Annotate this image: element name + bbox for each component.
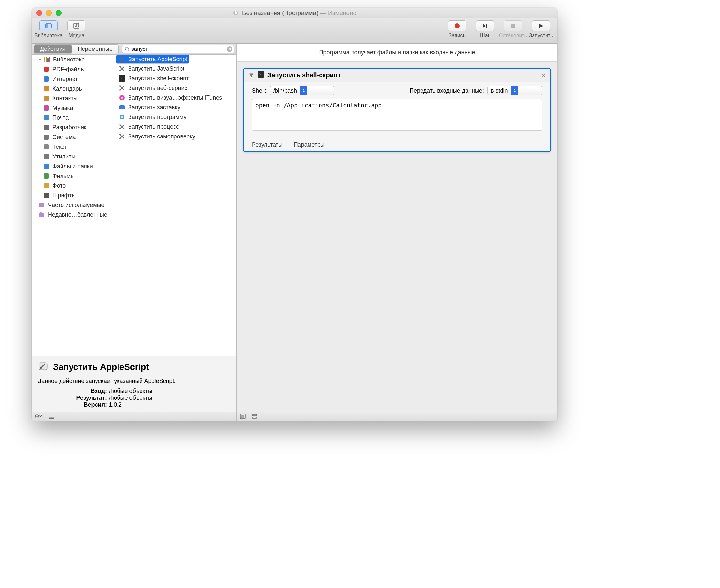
- svg-rect-23: [44, 154, 49, 159]
- action-item[interactable]: Запустить AppleScript: [116, 55, 189, 64]
- action-item[interactable]: Запустить JavaScript: [116, 64, 236, 74]
- record-button[interactable]: Запись: [443, 20, 471, 39]
- category-item[interactable]: Интернет: [32, 74, 116, 84]
- library-root[interactable]: ▼ Библиотека: [32, 55, 116, 64]
- svg-rect-62: [252, 417, 257, 418]
- category-list[interactable]: ▼ Библиотека PDF-файлыИнтернетКалендарьК…: [32, 55, 116, 356]
- shell-select[interactable]: /bin/bash: [270, 86, 335, 95]
- action-footer: Результаты Параметры: [244, 138, 550, 151]
- remove-action-button[interactable]: ✕: [541, 71, 546, 79]
- tab-params[interactable]: Параметры: [294, 141, 325, 148]
- tab-variables[interactable]: Переменные: [72, 45, 119, 54]
- category-item[interactable]: Фото: [32, 181, 116, 190]
- detail-version-label: Версия:: [65, 401, 107, 408]
- svg-rect-26: [44, 183, 49, 188]
- media-label: Медиа: [68, 33, 84, 39]
- log-view-button[interactable]: [240, 414, 246, 420]
- action-detail-pane: Запустить AppleScript Данное действие за…: [32, 356, 236, 412]
- action-icon: [119, 65, 126, 72]
- svg-rect-13: [49, 57, 50, 62]
- window-controls: [36, 10, 61, 16]
- minimize-window-button[interactable]: [46, 10, 52, 16]
- library-tab-bar: Действия Переменные ✕: [32, 44, 236, 55]
- media-button[interactable]: Медиа: [62, 20, 90, 39]
- category-icon: [43, 133, 50, 141]
- category-label: Текст: [53, 144, 67, 150]
- search-icon: [124, 46, 130, 54]
- category-item[interactable]: PDF-файлы: [32, 64, 116, 74]
- zoom-window-button[interactable]: [56, 10, 61, 16]
- svg-point-6: [78, 25, 79, 27]
- category-icon: [43, 114, 50, 121]
- action-item[interactable]: >_Запустить shell-скрипт: [116, 74, 236, 83]
- close-window-button[interactable]: [36, 10, 42, 16]
- library-button[interactable]: Библиотека: [34, 20, 62, 39]
- category-label: Утилиты: [53, 153, 76, 160]
- media-icon: [73, 23, 80, 29]
- category-item[interactable]: Календарь: [32, 84, 116, 93]
- shell-label: Shell:: [252, 87, 266, 94]
- svg-rect-16: [44, 86, 49, 91]
- action-header[interactable]: ▼ >_ Запустить shell-скрипт ✕: [244, 68, 550, 82]
- workflow-view-button[interactable]: [252, 414, 257, 420]
- action-item[interactable]: Запустить веб-сервис: [116, 83, 236, 93]
- pass-input-value: в stdin: [487, 87, 511, 94]
- stop-button[interactable]: Остановить: [499, 20, 527, 39]
- action-item[interactable]: Запустить самопроверку: [116, 132, 236, 141]
- category-label: Музыка: [53, 105, 73, 111]
- action-list[interactable]: Запустить AppleScriptЗапустить JavaScrip…: [116, 55, 236, 356]
- workflow-canvas[interactable]: ▼ >_ Запустить shell-скрипт ✕ Shell: /bi…: [237, 62, 558, 412]
- tab-results[interactable]: Результаты: [252, 141, 283, 148]
- category-item[interactable]: Разработчик: [32, 123, 116, 132]
- smart-folder-item[interactable]: Часто используемые: [32, 200, 116, 210]
- run-button[interactable]: Запустить: [527, 20, 555, 39]
- action-icon: [119, 133, 126, 140]
- tab-actions[interactable]: Действия: [34, 45, 72, 54]
- record-label: Запись: [448, 33, 465, 39]
- category-item[interactable]: Файлы и папки: [32, 161, 116, 171]
- play-icon: [538, 23, 544, 29]
- svg-rect-7: [486, 24, 487, 28]
- svg-point-35: [119, 66, 121, 67]
- detail-input-label: Вход:: [65, 388, 107, 395]
- smart-folder-icon: [38, 211, 45, 218]
- category-item[interactable]: Музыка: [32, 103, 116, 113]
- category-item[interactable]: Почта: [32, 113, 116, 123]
- category-item[interactable]: Текст: [32, 142, 116, 152]
- action-item[interactable]: Запустить процесс: [116, 122, 236, 132]
- hide-detail-button[interactable]: [48, 414, 54, 420]
- search-input[interactable]: [122, 45, 234, 54]
- search-clear-button[interactable]: ✕: [227, 46, 233, 52]
- svg-point-47: [119, 138, 121, 139]
- svg-rect-22: [44, 144, 49, 149]
- step-label: Шаг: [480, 33, 489, 39]
- pass-input-select[interactable]: в stdin: [487, 86, 542, 95]
- category-item[interactable]: Фильмы: [32, 171, 116, 181]
- action-item[interactable]: Запустить визуа…эффекты iTunes: [116, 93, 236, 103]
- disclosure-down-icon[interactable]: ▼: [38, 57, 43, 62]
- terminal-icon: >_: [258, 71, 264, 79]
- step-button[interactable]: Шаг: [471, 20, 499, 39]
- action-item[interactable]: Запустить заставку: [116, 103, 236, 112]
- category-icon: [43, 153, 50, 160]
- svg-point-38: [119, 89, 121, 90]
- svg-rect-42: [119, 105, 125, 109]
- svg-rect-61: [252, 414, 257, 416]
- svg-point-34: [119, 70, 121, 71]
- smart-folder-label: Часто используемые: [48, 202, 104, 209]
- disclosure-down-icon[interactable]: ▼: [248, 71, 255, 79]
- action-item[interactable]: Запустить программу: [116, 112, 236, 122]
- category-item[interactable]: Утилиты: [32, 152, 116, 161]
- category-item[interactable]: Контакты: [32, 93, 116, 103]
- svg-rect-3: [46, 24, 48, 28]
- svg-rect-31: [40, 212, 42, 213]
- smart-folder-item[interactable]: Недавно…бавленные: [32, 210, 116, 219]
- svg-rect-20: [44, 125, 49, 130]
- action-icon: [119, 104, 126, 111]
- category-item[interactable]: Шрифты: [32, 190, 116, 200]
- category-icon: [43, 182, 50, 189]
- script-textarea[interactable]: [252, 99, 542, 131]
- category-item[interactable]: Система: [32, 132, 116, 142]
- workflow-intro-text: Программа получает файлы и папки как вхо…: [319, 49, 475, 56]
- gear-menu-button[interactable]: [34, 414, 44, 420]
